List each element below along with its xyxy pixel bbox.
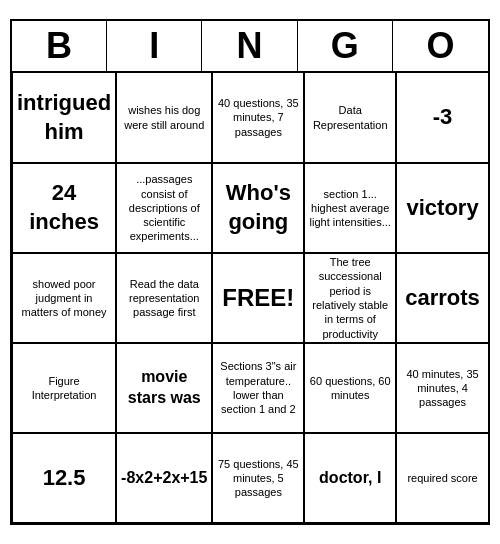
bingo-cell-22: 75 questions, 45 minutes, 5 passages [212,433,304,523]
bingo-cell-15: Figure Interpretation [12,343,116,433]
header-n: N [202,21,297,71]
bingo-cell-13: The tree successional period is relative… [304,253,396,343]
bingo-cell-10: showed poor judgment in matters of money [12,253,116,343]
header-g: G [298,21,393,71]
bingo-cell-9: victory [396,163,488,253]
bingo-cell-16: movie stars was [116,343,212,433]
bingo-cell-20: 12.5 [12,433,116,523]
header-o: O [393,21,488,71]
bingo-card: B I N G O intrigued himwishes his dog we… [10,19,490,525]
bingo-cell-19: 40 minutes, 35 minutes, 4 passages [396,343,488,433]
bingo-cell-12: FREE! [212,253,304,343]
bingo-cell-7: Who's going [212,163,304,253]
bingo-cell-11: Read the data representation passage fir… [116,253,212,343]
header-i: I [107,21,202,71]
bingo-cell-18: 60 questions, 60 minutes [304,343,396,433]
bingo-grid: intrigued himwishes his dog were still a… [12,73,488,523]
bingo-cell-17: Sections 3"s air temperature.. lower tha… [212,343,304,433]
bingo-header: B I N G O [12,21,488,73]
bingo-cell-5: 24 inches [12,163,116,253]
bingo-cell-1: wishes his dog were still around [116,73,212,163]
bingo-cell-14: carrots [396,253,488,343]
bingo-cell-21: -8x2+2x+15 [116,433,212,523]
bingo-cell-3: Data Representation [304,73,396,163]
bingo-cell-23: doctor, I [304,433,396,523]
bingo-cell-24: required score [396,433,488,523]
bingo-cell-8: section 1... highest average light inten… [304,163,396,253]
bingo-cell-6: ...passages consist of descriptions of s… [116,163,212,253]
header-b: B [12,21,107,71]
bingo-cell-4: -3 [396,73,488,163]
bingo-cell-2: 40 questions, 35 minutes, 7 passages [212,73,304,163]
bingo-cell-0: intrigued him [12,73,116,163]
